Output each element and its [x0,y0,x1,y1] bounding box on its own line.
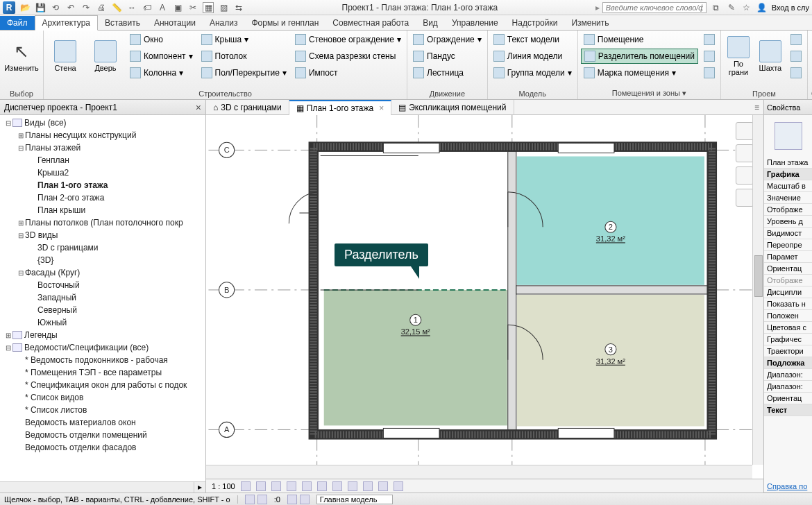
tab-file[interactable]: Файл [0,16,35,30]
tree-item[interactable]: ⊞Планы несущих конструкций [0,129,205,142]
tab-massing[interactable]: Формы и генплан [244,16,325,30]
expander-icon[interactable]: ⊞ [4,332,12,339]
room-button[interactable]: Помещение [581,32,698,47]
tree-item[interactable]: Восточный [0,279,205,291]
roof-button[interactable]: Крыша▾ [198,32,289,47]
expander-icon[interactable]: ⊞ [17,132,25,139]
expander-icon[interactable]: ⊟ [17,269,25,277]
pb-close-icon[interactable]: × [196,102,201,113]
expander-icon[interactable]: ⊟ [17,232,25,239]
props-row[interactable]: Отображе [764,204,812,216]
column-button[interactable]: Колонна▾ [127,65,196,80]
rendering-icon[interactable] [302,481,312,491]
communicate-icon[interactable]: ✎ [726,2,737,13]
expander-icon[interactable]: ⊟ [17,144,25,152]
props-row[interactable]: Показать н [764,298,812,310]
visual-style-icon[interactable] [256,481,266,491]
tree-item[interactable]: ⊟Планы этажей [0,142,205,154]
tree-item[interactable]: ⊟Виды (все) [0,117,205,129]
zoom-icon[interactable] [736,166,754,185]
vertical-opening-button[interactable] [788,49,804,64]
save-icon[interactable]: 💾 [35,2,46,13]
tab-architecture[interactable]: Архитектура [35,15,99,31]
viewtab-3d[interactable]: ⌂3D с границами [206,100,289,115]
view-canvas[interactable]: C В А [206,115,763,479]
tree-item[interactable]: Северный [0,304,205,316]
dimension-icon[interactable]: ↔ [126,2,137,13]
props-row[interactable]: Значение [764,192,812,204]
props-row[interactable]: Ориентац [764,393,812,404]
props-row[interactable]: Диапазон: [764,369,812,381]
lock-icon[interactable] [348,481,357,491]
wall-button[interactable]: Стена [46,32,84,80]
dormer-button[interactable] [788,65,804,80]
tree-item[interactable]: * Спецификация окон для работы с подок [0,379,205,391]
close-hidden-icon[interactable]: ▨ [218,2,229,13]
modeltext-button[interactable]: Текст модели [491,32,575,47]
viewtabs-menu-icon[interactable]: ≡ [750,103,763,112]
workset-icon[interactable] [245,495,255,504]
crop-region-icon[interactable] [332,481,342,491]
props-row[interactable]: Траектори [764,345,812,357]
tree-item[interactable]: * Список видов [0,391,205,404]
props-row[interactable]: Уровень д [764,216,812,228]
undo-icon[interactable]: ↶ [65,2,76,13]
subscription-icon[interactable]: ⧉ [711,2,722,13]
select-links-icon[interactable] [300,495,310,504]
tree-item[interactable]: ⊟Ведомости/Спецификации (все) [0,341,205,354]
expander-icon[interactable]: ⊟ [4,344,12,352]
tree-item[interactable]: Крыша2 [0,166,205,179]
tab-collaborate[interactable]: Совместная работа [325,16,416,30]
detail-level-icon[interactable] [241,481,251,491]
open-icon[interactable]: 📂 [19,2,31,13]
area-button[interactable] [701,32,718,47]
mullion-button[interactable]: Импост [292,65,404,80]
component-button[interactable]: Компонент▾ [127,49,196,64]
viewtab-plan[interactable]: ▦План 1-ого этажа× [289,100,391,115]
navwheel-icon[interactable] [736,122,754,140]
orbit-icon[interactable] [736,189,754,207]
text-icon[interactable]: A [157,2,168,13]
props-row[interactable]: Положен [764,310,812,322]
worksharing-icon[interactable] [394,481,403,491]
search-play-icon[interactable]: ▸ [595,3,600,12]
tree-item[interactable]: Генплан [0,154,205,166]
area-tag-button[interactable] [701,65,718,80]
tree-item[interactable]: Южный [0,316,205,329]
pb-scrollbar[interactable]: ▸ [0,481,205,493]
3d-icon[interactable]: ▣ [172,2,183,13]
window-button[interactable]: Окно [127,32,196,47]
expander-icon[interactable]: ⊞ [17,219,25,227]
pb-tree[interactable]: ⊟Виды (все)⊞Планы несущих конструкций⊟Пл… [0,115,205,481]
tree-item[interactable]: ⊟Фасады (Круг) [0,266,205,279]
tab-addins[interactable]: Надстройки [505,16,565,30]
props-row[interactable]: Графичес [764,334,812,345]
user-icon[interactable]: 👤 [756,2,768,13]
area-boundary-button[interactable] [701,49,718,64]
props-row[interactable]: Ориентац [764,263,812,275]
byface-button[interactable]: По грани [724,32,753,80]
redo-icon[interactable]: ↷ [81,2,92,13]
thin-lines-icon[interactable]: ▦ [203,2,214,13]
curtainwall-button[interactable]: Стеновое ограждение▾ [292,32,404,47]
tab-annotate[interactable]: Аннотации [147,16,203,30]
viewtab-schedule[interactable]: ▤Экспликация помещений [391,100,514,115]
room-separator-button[interactable]: Разделитель помещений [581,49,698,64]
measure-icon[interactable]: 📏 [111,2,122,13]
tag-icon[interactable]: 🏷 [142,2,153,13]
modelline-button[interactable]: Линия модели [491,49,575,64]
floor-button[interactable]: Пол/Перекрытие▾ [198,65,289,80]
door-button[interactable]: Дверь [87,32,124,80]
reveal-icon[interactable] [378,481,388,491]
v-scroll-thumb[interactable] [754,255,763,297]
props-row[interactable]: Парамет [764,251,812,263]
props-row[interactable]: Цветовая с [764,322,812,334]
shaft-button[interactable]: Шахта [756,32,785,80]
tree-item[interactable]: Ведомость отделки помещений [0,429,205,441]
close-icon[interactable]: × [379,103,384,113]
props-help-link[interactable]: Справка по [764,481,812,493]
tree-item[interactable]: Ведомость отделки фасадов [0,441,205,454]
tree-item[interactable]: Западный [0,291,205,304]
tab-manage[interactable]: Управление [445,16,505,30]
tab-analyze[interactable]: Анализ [203,16,245,30]
